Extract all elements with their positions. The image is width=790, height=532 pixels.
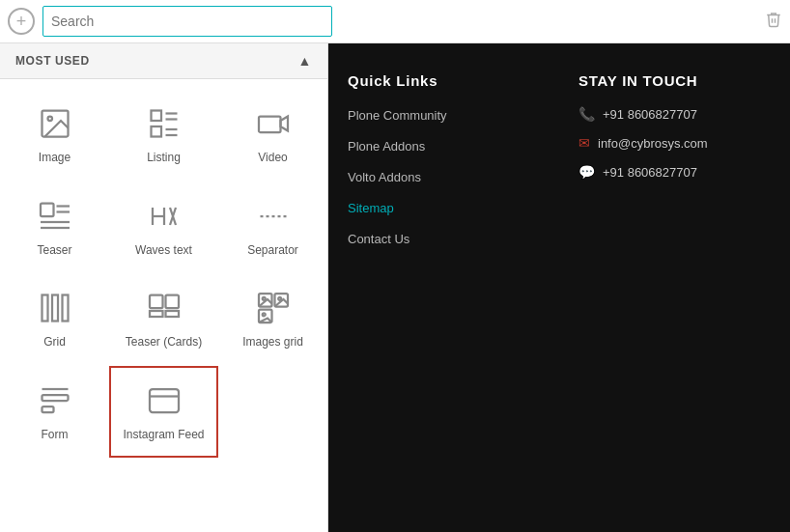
phone-icon: 📞 (578, 106, 595, 122)
contact-whatsapp: +91 8606827707 (603, 165, 697, 180)
stay-in-touch-title: STAY IN TOUCH (578, 72, 771, 89)
contact-email: info@cybrosys.com (598, 136, 708, 151)
listing-icon (145, 104, 183, 143)
sidebar-item-form[interactable]: Form (0, 366, 109, 459)
svg-rect-5 (151, 126, 161, 137)
sidebar-item-video[interactable]: Video (218, 89, 327, 182)
images-grid-icon (254, 289, 293, 327)
search-input[interactable] (51, 6, 324, 37)
teaser-cards-label: Teaser (Cards) (126, 335, 202, 350)
waves-text-icon (145, 197, 183, 236)
separator-label: Separator (247, 243, 298, 259)
listing-label: Listing (147, 151, 181, 166)
email-icon: ✉ (578, 135, 590, 151)
sidebar-item-instagram-feed[interactable]: Instagram Feed (109, 366, 218, 459)
svg-rect-24 (150, 295, 163, 309)
contact-list: 📞 +91 8606827707 ✉ info@cybrosys.com 💬 +… (578, 106, 771, 180)
link-plone-addons[interactable]: Plone Addons (348, 139, 425, 154)
link-plone-community[interactable]: Plone Community (348, 108, 447, 123)
form-icon (36, 381, 74, 420)
svg-rect-26 (165, 295, 179, 309)
teaser-label: Teaser (37, 243, 71, 259)
waves-text-label: Waves text (135, 243, 192, 259)
list-item: ✉ info@cybrosys.com (578, 135, 771, 151)
quick-links-list: Plone Community Plone Addons Volto Addon… (348, 106, 540, 247)
svg-rect-37 (150, 389, 179, 412)
svg-rect-34 (42, 395, 68, 401)
svg-rect-22 (52, 295, 58, 322)
list-item[interactable]: Sitemap (348, 199, 540, 216)
svg-rect-23 (62, 295, 68, 322)
delete-button[interactable] (765, 11, 782, 33)
list-item: 📞 +91 8606827707 (578, 106, 771, 122)
list-item[interactable]: Volto Addons (348, 168, 540, 185)
image-icon (36, 104, 74, 143)
sidebar-item-teaser[interactable]: Teaser (0, 182, 109, 274)
svg-point-1 (47, 117, 52, 122)
quick-links-column: Quick Links Plone Community Plone Addons… (328, 43, 559, 532)
images-grid-label: Images grid (242, 335, 303, 350)
instagram-feed-label: Instagram Feed (123, 428, 204, 443)
svg-point-29 (262, 297, 265, 300)
sidebar-item-grid[interactable]: Grid (0, 273, 109, 366)
svg-rect-8 (259, 117, 281, 133)
list-item[interactable]: Plone Addons (348, 137, 540, 154)
most-used-header[interactable]: MOST USED ▲ (0, 43, 327, 79)
search-box (42, 6, 332, 37)
chevron-up-icon: ▲ (298, 53, 312, 69)
whatsapp-icon: 💬 (578, 164, 595, 180)
grid-label: Grid (43, 335, 66, 350)
svg-point-33 (262, 313, 265, 316)
teaser-icon (36, 197, 74, 236)
link-volto-addons[interactable]: Volto Addons (348, 170, 421, 184)
video-icon (254, 104, 293, 143)
svg-point-31 (278, 297, 281, 300)
list-item[interactable]: Contact Us (348, 230, 540, 247)
image-label: Image (39, 151, 71, 166)
separator-icon (254, 197, 293, 236)
most-used-label: MOST USED (15, 54, 90, 68)
form-label: Form (42, 428, 69, 443)
sidebar-item-image[interactable]: Image (0, 89, 109, 182)
sidebar-item-empty (218, 366, 327, 459)
items-grid: Image Listing (0, 79, 327, 467)
top-bar: + (0, 0, 790, 43)
link-sitemap[interactable]: Sitemap (348, 201, 394, 215)
sidebar-panel: MOST USED ▲ Image (0, 43, 328, 532)
svg-rect-25 (150, 311, 163, 317)
sidebar-item-listing[interactable]: Listing (109, 89, 218, 182)
svg-rect-2 (151, 111, 161, 122)
svg-rect-27 (165, 311, 179, 317)
video-label: Video (258, 151, 287, 166)
add-button[interactable]: + (8, 8, 35, 35)
sidebar-item-teaser-cards[interactable]: Teaser (Cards) (109, 273, 218, 366)
svg-rect-36 (42, 406, 53, 412)
stay-in-touch-column: STAY IN TOUCH 📞 +91 8606827707 ✉ info@cy… (559, 43, 790, 532)
teaser-cards-icon (145, 289, 183, 327)
svg-rect-21 (42, 295, 47, 322)
main-content: Quick Links Plone Community Plone Addons… (328, 43, 790, 532)
list-item[interactable]: Plone Community (348, 106, 540, 124)
sidebar-item-images-grid[interactable]: Images grid (218, 273, 327, 366)
contact-phone: +91 8606827707 (603, 107, 697, 122)
sidebar-item-separator[interactable]: Separator (218, 182, 327, 274)
link-contact-us[interactable]: Contact Us (348, 232, 409, 246)
instagram-feed-icon (145, 381, 183, 420)
sidebar-item-waves-text[interactable]: Waves text (109, 182, 218, 274)
svg-rect-10 (41, 203, 54, 216)
grid-icon (36, 289, 74, 327)
plus-icon: + (16, 12, 27, 32)
quick-links-title: Quick Links (348, 72, 540, 89)
list-item: 💬 +91 8606827707 (578, 164, 771, 180)
